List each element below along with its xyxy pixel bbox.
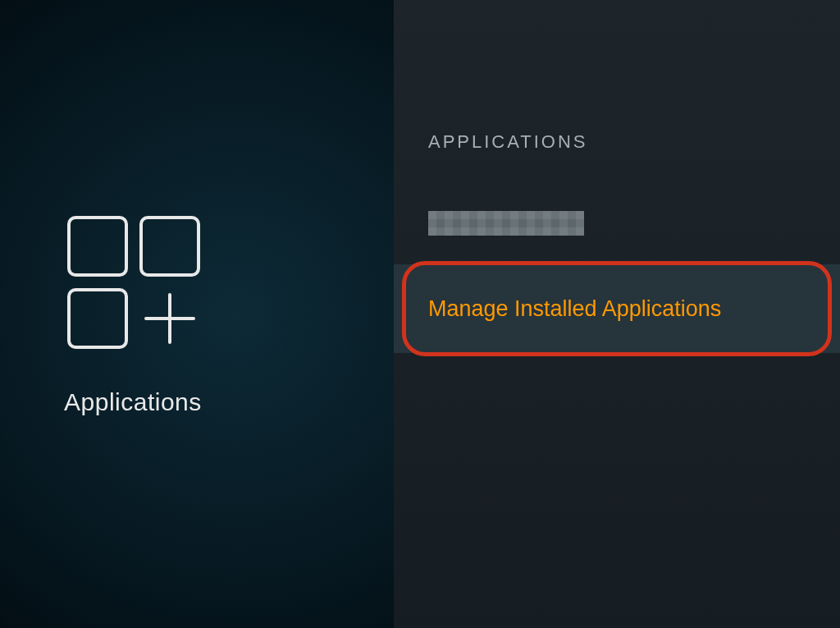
obscured-text	[428, 211, 584, 236]
svg-rect-1	[141, 218, 199, 275]
right-menu-pane: APPLICATIONS Manage Installed Applicatio…	[394, 0, 840, 628]
menu-item-label: Manage Installed Applications	[428, 296, 721, 322]
svg-rect-2	[69, 290, 126, 347]
apps-grid-icon	[64, 213, 394, 355]
menu-item-obscured[interactable]	[394, 204, 840, 243]
left-category-title: Applications	[64, 388, 394, 416]
menu-item-manage-installed-applications[interactable]: Manage Installed Applications	[394, 264, 840, 353]
left-category-pane: Applications	[0, 0, 394, 628]
section-header: APPLICATIONS	[394, 131, 840, 153]
svg-rect-0	[69, 218, 126, 275]
